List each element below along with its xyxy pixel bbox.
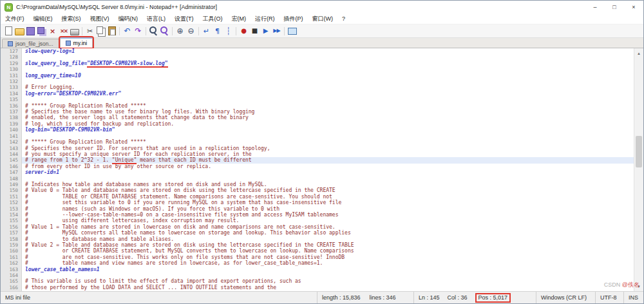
title-bar[interactable]: C:\ProgramData\MySQL\MySQL Server 8.0\my… [1, 1, 643, 14]
status-length: length : 15,836 [322, 294, 361, 301]
code-text: long_query_time=10 [25, 73, 81, 79]
status-bar: MS ini file length : 15,836 lines : 346 … [1, 291, 643, 303]
menu-item-run[interactable]: 运行(R) [251, 14, 279, 24]
line-number: 148 [1, 176, 18, 182]
line-number: 129 [1, 61, 18, 66]
code-line-163: lower_case_table_names=1 [22, 267, 634, 272]
minimize-button[interactable]: – [585, 1, 605, 14]
code-line-164 [22, 272, 634, 278]
menu-item-settings[interactable]: 设置(T) [170, 14, 198, 24]
menu-item-language[interactable]: 语言(L) [142, 14, 170, 24]
zoom-in-icon[interactable] [175, 26, 185, 37]
scrollbar-thumb[interactable] [636, 136, 642, 167]
code-line-166: # those performed by the LOAD DATA and S… [22, 285, 634, 290]
run-macro-multiple-icon[interactable] [271, 26, 282, 37]
close-file-icon[interactable] [47, 26, 58, 37]
redo-icon[interactable] [133, 26, 144, 37]
menu-item-encoding[interactable]: 编码(N) [114, 14, 143, 24]
annotated-text: "DESKTOP-C9M02VR-slow.log" [87, 61, 167, 68]
saved-doc-icon [66, 41, 71, 46]
line-number: 163 [1, 267, 18, 272]
line-number: 135 [1, 97, 18, 102]
line-number: 143 [1, 146, 18, 151]
line-number: 156 [1, 224, 18, 230]
paste-icon[interactable] [106, 26, 117, 37]
line-number: 155 [1, 218, 18, 223]
menu-item-tools[interactable]: 工具(O) [198, 14, 227, 24]
doc-monitor-icon[interactable] [287, 26, 298, 37]
tab-json-file[interactable]: json_file_json... [2, 39, 59, 48]
code-line-137: # Specifies the base name to use for bin… [22, 109, 634, 115]
code-text: lower_case_table_names=1 [25, 267, 100, 272]
replace-icon[interactable] [159, 26, 170, 37]
code-line-144: # you must specify a unique server ID fo… [22, 151, 634, 157]
status-column: Col : 36 [448, 294, 468, 301]
close-button[interactable]: × [624, 1, 643, 14]
cut-icon[interactable] [84, 26, 95, 37]
menu-item-file[interactable]: 文件(F) [1, 14, 29, 24]
print-icon[interactable] [69, 26, 80, 37]
line-number-gutter[interactable]: 1271281291301311321331341351361371381391… [1, 48, 22, 291]
code-text: # TABLE or CREATE DATABASE statement. Na… [25, 194, 332, 200]
line-number: 138 [1, 115, 18, 120]
line-number: 162 [1, 260, 18, 266]
toolbar-separator [119, 27, 120, 35]
line-number: 150 [1, 187, 18, 193]
save-all-icon[interactable] [36, 26, 47, 37]
status-lines: lines : 346 [370, 294, 396, 301]
line-number: 153 [1, 206, 18, 212]
status-eol-format: Windows (CR LF) [536, 292, 596, 303]
tab-label: my.ini [73, 40, 88, 46]
watermark-site: CSDN [604, 281, 622, 288]
maximize-button[interactable]: □ [605, 1, 624, 14]
save-icon[interactable] [25, 26, 36, 37]
code-text: # or CREATE DATABASE statement, but MySQ… [25, 248, 354, 254]
toolbar-separator [82, 27, 82, 35]
menu-item-macro[interactable]: 宏(M) [227, 14, 251, 24]
code-line-150: # Value 0 = Table and database names are… [22, 187, 634, 193]
toolbar-separator [172, 27, 173, 35]
line-number: 165 [1, 278, 18, 284]
stop-macro-icon[interactable] [249, 26, 260, 37]
code-line-151: # TABLE or CREATE DATABASE statement. Na… [22, 194, 634, 200]
new-file-icon[interactable] [3, 26, 14, 37]
code-area[interactable]: slow-query-log=1slow_query_log_file="DES… [22, 48, 634, 291]
code-line-152: # set this variable to 0 if you are runn… [22, 200, 634, 205]
find-icon[interactable] [148, 26, 159, 37]
toolbar-separator [198, 27, 199, 35]
line-number: 164 [1, 272, 18, 278]
code-line-129: slow_query_log_file="DESKTOP-C9M02VR-slo… [22, 61, 634, 66]
line-number: 137 [1, 109, 18, 115]
code-line-148 [22, 176, 634, 182]
indent-guide-icon[interactable] [223, 26, 234, 37]
code-text: # Value 2 = Table and database names are… [25, 242, 354, 248]
record-macro-icon[interactable] [238, 26, 249, 37]
code-text: # MySQL converts all table names to lowe… [25, 230, 351, 236]
code-text: # Specifies the server ID. For servers t… [25, 146, 270, 151]
line-number: 128 [1, 54, 18, 60]
toolbar-separator [146, 27, 146, 35]
play-macro-icon[interactable] [260, 26, 271, 37]
menu-item-view[interactable]: 视图(V) [86, 14, 114, 24]
scroll-up-icon[interactable]: ▲ [634, 48, 643, 58]
open-folder-icon[interactable] [14, 26, 25, 37]
status-typing-mode: INS [624, 292, 643, 303]
vertical-scrollbar[interactable]: ▲ ▼ [634, 48, 643, 291]
show-all-chars-icon[interactable] [212, 26, 223, 37]
menu-item-edit[interactable]: 编辑(E) [29, 14, 57, 24]
undo-icon[interactable] [122, 26, 133, 37]
menu-item-help[interactable]: ? [337, 14, 350, 24]
code-line-134: log-error="DESKTOP-C9M02VR.err" [22, 91, 634, 97]
code-text: # from every other ID in use by any othe… [25, 164, 211, 169]
zoom-out-icon[interactable] [185, 26, 196, 37]
menu-item-window[interactable]: 窗口(W) [308, 14, 338, 24]
tab-my-ini[interactable]: my.ini [60, 37, 93, 48]
menu-item-plugins[interactable]: 插件(P) [279, 14, 308, 24]
window-title: C:\ProgramData\MySQL\MySQL Server 8.0\my… [16, 4, 585, 10]
menu-item-search[interactable]: 搜索(S) [57, 14, 86, 24]
word-wrap-icon[interactable] [201, 26, 212, 37]
code-line-155: # using different lettercases, index cor… [22, 218, 634, 223]
copy-icon[interactable] [95, 26, 106, 37]
close-all-icon[interactable] [58, 26, 69, 37]
code-text: # enabled, the server logs all statement… [25, 115, 249, 120]
